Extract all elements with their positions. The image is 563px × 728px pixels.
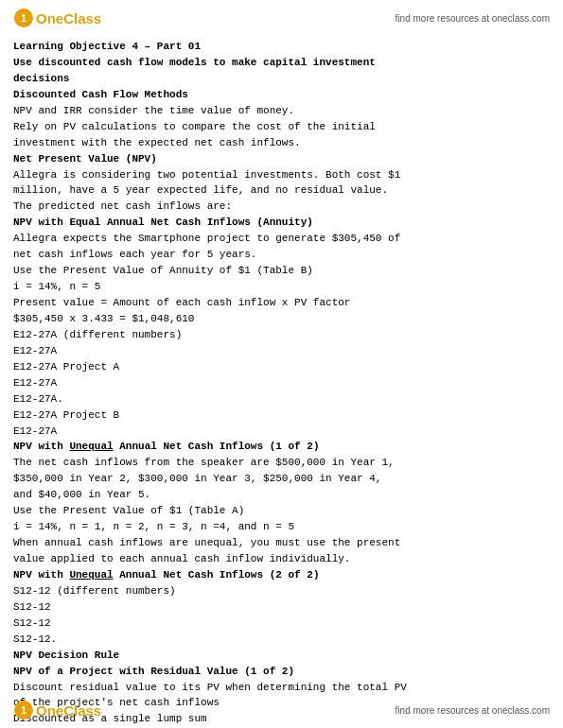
content-line: Allegra is considering two potential inv… bbox=[13, 168, 550, 183]
content-line: E12-27A. bbox=[13, 392, 550, 407]
content-line: NPV Decision Rule bbox=[13, 649, 550, 664]
content-line: Use the Present Value of Annuity of $1 (… bbox=[13, 264, 550, 279]
content-line: E12-27A bbox=[13, 425, 550, 440]
content-line: S12-12 (different numbers) bbox=[13, 584, 550, 599]
content-line: Allegra expects the Smartphone project t… bbox=[13, 232, 550, 247]
content-line: When annual cash inflows are unequal, yo… bbox=[13, 536, 550, 551]
content-line: The predicted net cash inflows are: bbox=[13, 199, 550, 215]
content-line: and $40,000 in Year 5. bbox=[13, 488, 550, 503]
content-line: $350,000 in Year 2, $300,000 in Year 3, … bbox=[13, 472, 550, 487]
content-line: Rely on PV calculations to compare the c… bbox=[13, 120, 550, 135]
content-line: $305,450 x 3.433 = $1,048,610 bbox=[13, 312, 550, 327]
content-line: NPV with Equal Annual Net Cash Inflows (… bbox=[13, 216, 550, 231]
content-line: net cash inflows each year for 5 years. bbox=[13, 248, 550, 263]
content-line: Net Present Value (NPV) bbox=[13, 152, 550, 167]
header: 1 OneClass find more resources at onecla… bbox=[0, 0, 563, 34]
content-line: E12-27A bbox=[13, 376, 550, 391]
content-line: million, have a 5 year expected life, an… bbox=[13, 183, 550, 199]
content-line: Use discounted cash flow models to make … bbox=[13, 56, 550, 71]
content-line: investment with the expected net cash in… bbox=[13, 136, 550, 151]
content-line: Present value = Amount of each cash infl… bbox=[13, 296, 550, 311]
content-line: E12-27A bbox=[13, 344, 550, 359]
logo-text: OneClass bbox=[36, 10, 101, 26]
footer-logo-text: OneClass bbox=[36, 702, 101, 719]
content-line: Discounted Cash Flow Methods bbox=[13, 88, 550, 103]
content-line: i = 14%, n = 5 bbox=[13, 280, 550, 295]
content-line: value applied to each annual cash inflow… bbox=[13, 552, 550, 567]
content-line: Use the Present Value of $1 (Table A) bbox=[13, 504, 550, 519]
content-line: The net cash inflows from the speaker ar… bbox=[13, 456, 550, 471]
content-line: i = 14%, n = 1, n = 2, n = 3, n =4, and … bbox=[13, 520, 550, 535]
footer-logo: 1 OneClass bbox=[13, 700, 101, 720]
footer-logo-icon: 1 bbox=[13, 700, 34, 720]
content-line: E12-27A Project B bbox=[13, 408, 550, 424]
footer: 1 OneClass find more resources at onecla… bbox=[0, 694, 563, 728]
svg-text:1: 1 bbox=[21, 704, 26, 716]
content-line: NPV with Unequal Annual Net Cash Inflows… bbox=[13, 568, 550, 583]
content-line: S12-12 bbox=[13, 616, 550, 632]
content-line: NPV of a Project with Residual Value (1 … bbox=[13, 665, 550, 680]
content-line: decisions bbox=[13, 72, 550, 87]
main-content: Learning Objective 4 – Part 01Use discou… bbox=[0, 34, 563, 728]
content-line: Learning Objective 4 – Part 01 bbox=[13, 40, 550, 55]
svg-text:1: 1 bbox=[21, 12, 26, 24]
content-line: E12-27A Project A bbox=[13, 360, 550, 375]
content-line: S12-12 bbox=[13, 600, 550, 615]
content-line: NPV with Unequal Annual Net Cash Inflows… bbox=[13, 440, 550, 455]
content-line: E12-27A (different numbers) bbox=[13, 328, 550, 343]
content-line: NPV and IRR consider the time value of m… bbox=[13, 104, 550, 119]
footer-tagline: find more resources at oneclass.com bbox=[396, 705, 550, 716]
logo: 1 OneClass bbox=[13, 8, 101, 28]
content-line: S12-12. bbox=[13, 633, 550, 648]
header-tagline: find more resources at oneclass.com bbox=[396, 13, 550, 24]
logo-icon: 1 bbox=[13, 8, 34, 28]
